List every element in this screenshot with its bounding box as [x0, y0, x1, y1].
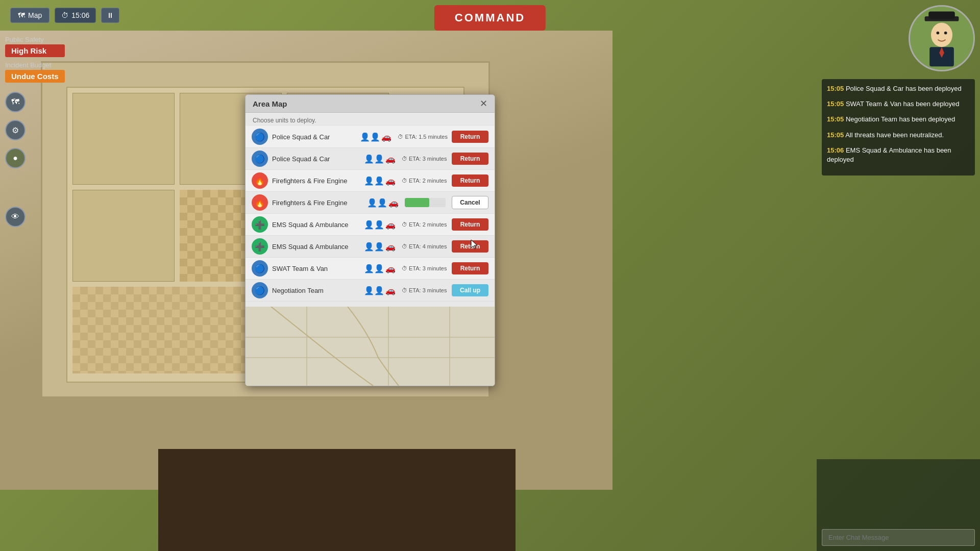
eta-icon: ⏱	[402, 156, 407, 162]
sprite-vehicle: 🚗	[385, 176, 396, 186]
chat-input-area	[822, 529, 975, 546]
sprite-vehicle: 🚗	[385, 154, 396, 164]
unit-sprites-1: 👤👤 🚗	[360, 132, 391, 142]
nav-circle-3[interactable]: ●	[5, 148, 26, 168]
return-button-2[interactable]: Return	[452, 153, 488, 165]
log-text: Police Squad & Car has been deployed	[846, 85, 962, 92]
pause-button[interactable]: ⏸	[101, 8, 119, 23]
log-time: 15:06	[827, 146, 844, 154]
sprite-people: 👤👤	[364, 264, 384, 273]
log-time: 15:05	[827, 100, 844, 108]
eta-icon: ⏱	[398, 134, 403, 140]
command-label: COMMAND	[455, 11, 525, 24]
log-entry: 15:05 SWAT Team & Van has been deployed	[827, 99, 970, 109]
clock-icon: ⏱	[61, 11, 68, 19]
sprite-people: 👤👤	[367, 198, 387, 208]
eta-text: ETA: 1.5 minutes	[405, 134, 448, 140]
map-svg	[246, 307, 495, 386]
log-time: 15:05	[827, 115, 844, 123]
return-button-5[interactable]: Return	[452, 218, 488, 231]
unit-sprites-7: 👤👤 🚗	[364, 264, 396, 273]
unit-sprites-4: 👤👤 🚗	[367, 198, 399, 208]
command-button[interactable]: COMMAND	[434, 5, 546, 31]
map-button[interactable]: 🗺 Map	[10, 8, 50, 23]
modal-units-list: 🔵 Police Squad & Car 👤👤 🚗 ⏱ ETA: 1.5 min…	[246, 126, 495, 307]
unit-eta-3: ⏱ ETA: 2 minutes	[402, 178, 448, 184]
high-risk-badge: High Risk	[5, 44, 65, 57]
unit-row: ➕ EMS Squad & Ambulance 👤👤 🚗 ⏱ ETA: 4 mi…	[246, 236, 495, 258]
svg-rect-2	[928, 12, 955, 19]
sprite-people: 👤👤	[364, 154, 384, 164]
unit-sprites-6: 👤👤 🚗	[364, 242, 396, 252]
lower-building	[158, 449, 516, 551]
unit-icon-5: ➕	[252, 216, 268, 233]
nav-circle-4[interactable]: 👁	[5, 207, 26, 227]
sprite-people: 👤👤	[364, 286, 384, 295]
sprite-people: 👤👤	[364, 242, 384, 252]
map-label: Map	[28, 11, 42, 19]
unit-sprites-8: 👤👤 🚗	[364, 286, 396, 295]
return-button-3[interactable]: Return	[452, 174, 488, 187]
map-icon: 🗺	[18, 11, 25, 19]
unit-icon-3: 🔥	[252, 172, 268, 189]
unit-icon-6: ➕	[252, 238, 268, 255]
sprite-vehicle: 🚗	[385, 220, 396, 230]
unit-row: 🔵 SWAT Team & Van 👤👤 🚗 ⏱ ETA: 3 minutes …	[246, 258, 495, 280]
modal-map	[246, 307, 495, 386]
unit-name-8: Negotiation Team	[272, 287, 360, 294]
log-entry: 15:05 Police Squad & Car has been deploy…	[827, 84, 970, 93]
unit-icon-8: 🔵	[252, 282, 268, 298]
log-entry: 15:05 Negotiation Team has been deployed	[827, 115, 970, 124]
undue-costs-badge: Undue Costs	[5, 70, 65, 83]
unit-name-1: Police Squad & Car	[272, 133, 356, 141]
callup-button-8[interactable]: Call up	[452, 284, 488, 296]
unit-icon-7: 🔵	[252, 260, 268, 277]
incident-budget-label: Incident Budget	[5, 61, 65, 69]
sprite-people: 👤👤	[364, 176, 384, 186]
eta-icon: ⏱	[402, 287, 407, 293]
svg-rect-8	[246, 307, 495, 386]
log-text: All threats have been neutralized.	[845, 131, 944, 139]
status-panel: Public Safety High Risk Incident Budget …	[5, 36, 65, 87]
modal-header: Area Map ✕	[246, 95, 495, 113]
return-button-1[interactable]: Return	[452, 131, 488, 143]
time-value: 15:06	[71, 11, 89, 19]
sprite-vehicle: 🚗	[385, 286, 396, 295]
unit-eta-6: ⏱ ETA: 4 minutes	[402, 243, 448, 249]
svg-point-3	[931, 22, 952, 47]
log-text: Negotiation Team has been deployed	[846, 115, 955, 123]
modal-close-button[interactable]: ✕	[480, 99, 487, 108]
public-safety-label: Public Safety	[5, 36, 65, 43]
unit-row: 🔥 Firefighters & Fire Engine 👤👤 🚗 Cancel	[246, 192, 495, 214]
log-time: 15:05	[827, 85, 844, 92]
chat-input[interactable]	[822, 529, 975, 546]
nav-circles: 🗺 ⚙ ● 👁	[5, 92, 26, 227]
unit-eta-1: ⏱ ETA: 1.5 minutes	[398, 134, 448, 140]
unit-eta-7: ⏱ ETA: 3 minutes	[402, 265, 448, 271]
unit-name-4: Firefighters & Fire Engine	[272, 199, 363, 207]
unit-row: 🔵 Police Squad & Car 👤👤 🚗 ⏱ ETA: 1.5 min…	[246, 126, 495, 148]
nav-circle-1[interactable]: 🗺	[5, 92, 26, 112]
sprite-vehicle: 🚗	[385, 264, 396, 273]
log-panel: 15:05 Police Squad & Car has been deploy…	[822, 79, 975, 176]
time-display: ⏱ 15:06	[55, 8, 96, 23]
unit-icon-1: 🔵	[252, 129, 268, 145]
return-button-6[interactable]: Return	[452, 240, 488, 253]
sprite-vehicle: 🚗	[381, 132, 391, 142]
eta-icon: ⏱	[402, 178, 407, 184]
log-time: 15:05	[827, 131, 844, 139]
sprite-vehicle: 🚗	[385, 242, 396, 252]
unit-name-7: SWAT Team & Van	[272, 265, 360, 272]
eta-icon: ⏱	[402, 243, 407, 249]
unit-eta-8: ⏱ ETA: 3 minutes	[402, 287, 448, 293]
nav-circle-2[interactable]: ⚙	[5, 120, 26, 140]
eta-icon: ⏱	[402, 265, 407, 271]
eta-text: ETA: 3 minutes	[409, 265, 447, 271]
modal-title: Area Map	[253, 99, 287, 108]
return-button-7[interactable]: Return	[452, 262, 488, 274]
unit-name-2: Police Squad & Car	[272, 155, 360, 163]
cancel-button-4[interactable]: Cancel	[452, 196, 488, 209]
svg-point-4	[937, 32, 940, 35]
pause-icon: ⏸	[107, 11, 114, 19]
svg-point-5	[944, 32, 947, 35]
